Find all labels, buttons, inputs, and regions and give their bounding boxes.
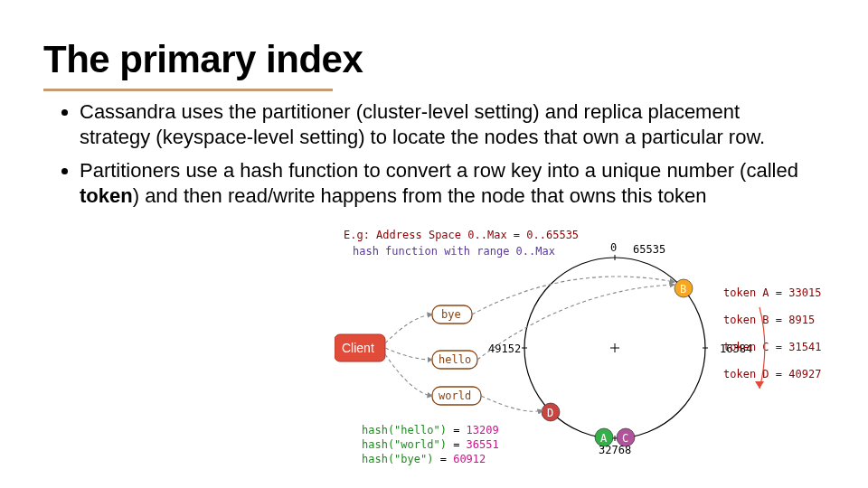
diagram-header-hash: hash function with range 0..Max <box>353 245 555 258</box>
svg-text:C: C <box>622 432 628 445</box>
ring-diagram: E.g: Address Space 0..Max = 0..65535 has… <box>335 226 841 470</box>
ring-label-left: 49152 <box>488 343 521 355</box>
node-A: A <box>595 428 613 446</box>
title-underline <box>43 89 333 91</box>
svg-marker-6 <box>755 381 764 389</box>
token-line-A: token A = 33015 <box>723 286 821 299</box>
svg-text:bye: bye <box>441 308 461 321</box>
svg-text:D: D <box>547 407 553 419</box>
svg-text:A: A <box>600 432 608 445</box>
svg-text:world: world <box>439 389 471 402</box>
bullet-1: Cassandra uses the partitioner (cluster-… <box>80 99 799 149</box>
token-line-D: token D = 40927 <box>723 368 821 380</box>
token-line-C: token C = 31541 <box>723 341 821 353</box>
key-pill-hello: hello <box>432 351 477 369</box>
ring-label-top: 0 <box>610 241 617 254</box>
key-pill-bye: bye <box>432 305 472 324</box>
bullet-2: Partitioners use a hash function to conv… <box>80 158 799 208</box>
bullet-list: Cassandra uses the partitioner (cluster-… <box>58 99 799 217</box>
hash-list: hash("hello") = 13209 hash("world") = 36… <box>362 424 499 465</box>
client-label: Client <box>342 341 374 355</box>
key-pill-world: world <box>432 387 481 405</box>
svg-text:hash("bye")   = 60912: hash("bye") = 60912 <box>362 453 486 465</box>
svg-text:hash("world") = 36551: hash("world") = 36551 <box>362 438 499 451</box>
node-B: B <box>675 279 693 297</box>
node-C: C <box>617 428 635 446</box>
token-line-B: token B = 8915 <box>723 314 815 326</box>
node-D: D <box>542 403 560 421</box>
page-title: The primary index <box>43 38 363 81</box>
arrow-world-to-D <box>481 396 542 411</box>
diagram-header-eg: E.g: Address Space 0..Max = 0..65535 <box>344 229 579 241</box>
arrow-bye-to-B <box>472 277 675 314</box>
ring-label-65535: 65535 <box>633 243 665 256</box>
svg-text:hash("hello") = 13209: hash("hello") = 13209 <box>362 424 499 436</box>
svg-text:B: B <box>680 283 686 296</box>
svg-text:hello: hello <box>439 353 471 366</box>
